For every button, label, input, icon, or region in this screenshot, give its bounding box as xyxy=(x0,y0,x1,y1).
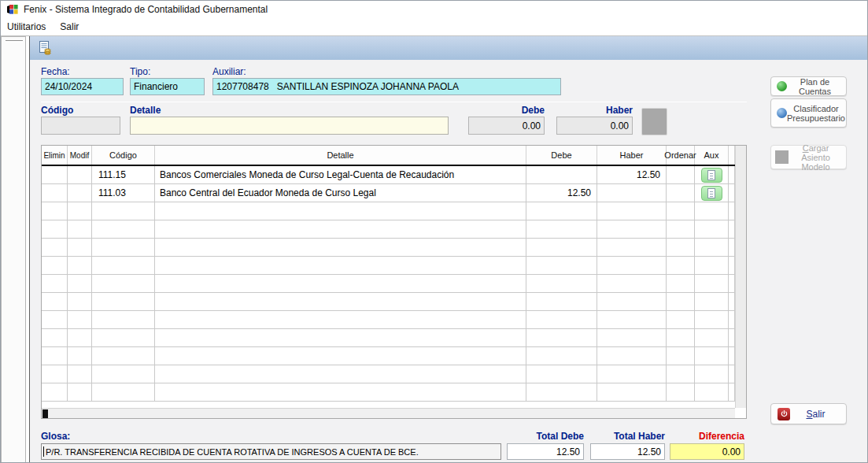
fecha-input[interactable] xyxy=(41,78,124,95)
cell-haber xyxy=(597,257,667,274)
cell-modif xyxy=(68,257,92,274)
new-entry-button[interactable] xyxy=(36,39,54,57)
cell-filler xyxy=(729,383,735,401)
cell-elimin xyxy=(42,166,68,183)
horizontal-scrollbar[interactable] xyxy=(42,408,735,418)
clasificador-label-line1: Clasificador xyxy=(793,104,838,113)
diferencia-label: Diferencia xyxy=(670,431,744,442)
cell-aux xyxy=(695,184,729,202)
total-haber-field[interactable] xyxy=(590,443,665,460)
cargar-asiento-modelo-button[interactable]: Cargar Asiento Modelo xyxy=(770,145,847,169)
cell-codigo: 111.15 xyxy=(92,166,155,183)
cell-detalle xyxy=(155,239,526,256)
cell-codigo xyxy=(92,275,155,292)
add-entry-button[interactable] xyxy=(641,108,667,135)
cell-modif xyxy=(68,383,92,401)
cell-modif xyxy=(68,220,92,238)
cell-filler xyxy=(729,239,735,256)
green-sphere-icon xyxy=(777,81,787,91)
cell-filler xyxy=(729,220,735,238)
cell-debe xyxy=(526,166,597,183)
vertical-scrollbar[interactable] xyxy=(735,146,746,408)
auxiliar-input[interactable] xyxy=(212,78,561,95)
cell-debe: 12.50 xyxy=(526,184,597,202)
column-header-ordenar: Ordenar xyxy=(667,146,695,165)
cell-detalle: Bancos Comerciales Moneda de Curso Legal… xyxy=(155,166,526,183)
cell-debe xyxy=(526,257,597,274)
cell-modif xyxy=(68,293,92,310)
salir-button[interactable]: Salir xyxy=(770,403,847,424)
cargar-label-line1: Cargar Asiento xyxy=(801,143,830,162)
debe-label: Debe xyxy=(468,105,545,116)
cell-detalle xyxy=(155,347,526,365)
cell-elimin xyxy=(42,365,68,383)
menu-bar: Utilitarios Salir xyxy=(1,18,867,36)
cell-debe xyxy=(526,365,597,383)
codigo-label: Código xyxy=(41,105,73,116)
cell-elimin xyxy=(42,347,68,365)
cell-modif xyxy=(68,365,92,383)
cell-modif xyxy=(68,166,92,183)
cell-elimin xyxy=(42,184,68,202)
haber-input[interactable] xyxy=(556,117,633,135)
cell-haber: 12.50 xyxy=(597,166,667,183)
clasificador-presupuestario-button[interactable]: Clasificador Presupuestario xyxy=(770,98,847,128)
cell-filler xyxy=(729,166,735,183)
cell-codigo xyxy=(92,365,155,383)
plan-de-cuentas-button[interactable]: Plan de Cuentas xyxy=(770,76,847,96)
cell-aux xyxy=(695,257,729,274)
cell-detalle xyxy=(155,383,526,401)
cell-elimin xyxy=(42,239,68,256)
debe-input[interactable] xyxy=(468,117,545,135)
horizontal-scrollbar-thumb[interactable] xyxy=(42,409,48,418)
cell-ordenar xyxy=(667,311,695,328)
cell-filler xyxy=(729,311,735,328)
codigo-input[interactable] xyxy=(41,117,120,135)
table-row xyxy=(42,347,735,365)
tipo-input[interactable] xyxy=(130,78,205,95)
total-debe-field[interactable] xyxy=(507,443,584,460)
left-collapsed-panel[interactable] xyxy=(1,36,26,463)
cell-debe xyxy=(526,347,597,365)
panel-grip-handle[interactable] xyxy=(6,40,23,43)
aux-button[interactable] xyxy=(701,186,722,201)
cell-codigo xyxy=(92,383,155,401)
cell-haber xyxy=(597,202,667,220)
app-icon xyxy=(6,3,19,16)
table-row[interactable]: 111.15Bancos Comerciales Moneda de Curso… xyxy=(42,166,735,184)
cell-filler xyxy=(729,257,735,274)
fecha-label: Fecha: xyxy=(41,66,70,77)
cell-detalle xyxy=(155,275,526,292)
column-header-codigo: Código xyxy=(92,146,155,165)
cell-debe xyxy=(526,239,597,256)
menu-utilitarios[interactable]: Utilitarios xyxy=(1,19,54,35)
cell-debe xyxy=(526,220,597,238)
table-row xyxy=(42,220,735,239)
toolbar xyxy=(30,36,868,60)
cell-ordenar xyxy=(667,329,695,346)
auxiliar-label: Auxiliar: xyxy=(212,66,246,77)
cell-aux xyxy=(695,383,729,401)
title-bar: Fenix - Sistema Integrado de Contabilida… xyxy=(1,1,867,18)
cell-detalle xyxy=(155,293,526,310)
cell-codigo xyxy=(92,329,155,346)
cell-haber xyxy=(597,220,667,238)
cell-modif xyxy=(68,202,92,220)
menu-salir[interactable]: Salir xyxy=(54,19,87,35)
cell-aux xyxy=(695,166,729,183)
cell-filler xyxy=(729,365,735,383)
plan-de-cuentas-label: Plan de Cuentas xyxy=(787,77,843,96)
total-haber-label: Total Haber xyxy=(590,431,665,442)
cell-aux xyxy=(695,329,729,346)
diferencia-field[interactable] xyxy=(670,443,744,460)
clasificador-label-line2: Presupuestario xyxy=(787,113,845,123)
cell-codigo xyxy=(92,347,155,365)
cell-haber xyxy=(597,347,667,365)
cell-ordenar xyxy=(667,202,695,220)
detalle-input[interactable] xyxy=(130,117,449,135)
aux-button[interactable] xyxy=(701,168,722,183)
document-icon xyxy=(707,170,715,180)
glosa-input[interactable] xyxy=(41,443,501,460)
cell-elimin xyxy=(42,202,68,220)
table-row[interactable]: 111.03Banco Central del Ecuador Moneda d… xyxy=(42,184,735,202)
